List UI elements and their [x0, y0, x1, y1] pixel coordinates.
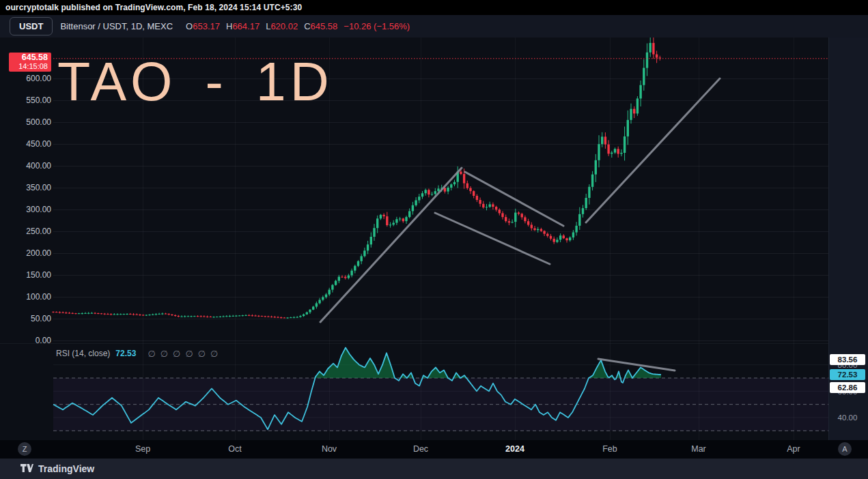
price-axis-label: 350.00 [2, 183, 51, 192]
rsi-legend: RSI (14, close) 72.53 ∅∅∅∅∅∅ [56, 349, 218, 358]
tradingview-logo-icon [20, 464, 33, 474]
time-axis-label: Apr [787, 444, 800, 454]
price-axis-label: 450.00 [2, 139, 51, 149]
price-axis-label: 200.00 [2, 248, 51, 258]
price-axis-label: 600.00 [2, 74, 51, 83]
price-axis-label: 250.00 [2, 227, 51, 236]
hidden-control-icon[interactable]: ∅ [173, 349, 180, 358]
price-axis-label: 300.00 [2, 205, 51, 214]
time-axis-label: Dec [413, 444, 428, 454]
ohlc-item: O653.17 [186, 21, 220, 31]
hidden-control-icon[interactable]: ∅ [148, 349, 155, 358]
change-value: −10.26 (−1.56%) [344, 21, 410, 31]
price-axis-label: 550.00 [2, 96, 51, 105]
price-axis-label: 400.00 [2, 161, 51, 171]
time-axis-label: Oct [228, 444, 241, 454]
time-axis-label: Nov [322, 444, 337, 454]
ohlc-item: H664.17 [226, 21, 260, 31]
rsi-value-label: 72.53 [830, 369, 865, 380]
hidden-control-icon[interactable]: ∅ [210, 349, 218, 358]
rsi-scale-label: 40.00 [830, 412, 865, 423]
price-axis-label: 0.00 [2, 336, 51, 345]
rsi-value-label: 62.86 [830, 382, 865, 393]
price-axis-label: 50.00 [2, 314, 51, 323]
ohlc-items: O653.17H664.17L620.02C645.58 [180, 21, 337, 31]
price-axis-label: 150.00 [2, 270, 51, 280]
tradingview-logo-text: TradingView [38, 463, 94, 474]
publish-bar: ourcryptotalk published on TradingView.c… [0, 0, 868, 15]
scroll-right-button[interactable]: A [838, 442, 852, 456]
countdown-timer: 14:15:08 [9, 62, 48, 71]
last-price-label: 645.58 14:15:08 [9, 53, 51, 72]
symbol-toolbar: USDT Bittensor / USDT, 1D, MEXC O653.17H… [0, 15, 868, 38]
rsi-value-label: 83.56 [830, 354, 865, 365]
symbol-title[interactable]: Bittensor / USDT, 1D, MEXC [60, 21, 173, 31]
rsi-title[interactable]: RSI (14, close) [56, 349, 110, 358]
rsi-hidden-buttons: ∅∅∅∅∅∅ [143, 349, 218, 358]
hidden-control-icon[interactable]: ∅ [185, 349, 193, 358]
hidden-control-icon[interactable]: ∅ [198, 349, 206, 358]
time-axis-label: 2024 [505, 444, 524, 454]
tradingview-published-chart: ourcryptotalk published on TradingView.c… [0, 0, 868, 479]
last-price-value: 645.58 [9, 53, 48, 62]
time-axis-label: Feb [602, 444, 617, 454]
price-axis-label: 500.00 [2, 117, 51, 127]
time-axis-label: Sep [135, 444, 150, 454]
publish-line: ourcryptotalk published on TradingView.c… [5, 3, 302, 12]
time-axis-label: Mar [691, 444, 706, 454]
scroll-left-button[interactable]: Z [18, 442, 31, 456]
rsi-value: 72.53 [115, 349, 136, 358]
tradingview-logo[interactable]: TradingView [20, 463, 94, 474]
price-axis-label: 100.00 [2, 292, 51, 302]
hidden-control-icon[interactable]: ∅ [160, 349, 168, 358]
currency-button[interactable]: USDT [10, 17, 53, 35]
chart-watermark: TAO - 1D [57, 55, 333, 108]
time-axis[interactable]: Z SepOctNovDec2024FebMarApr A [0, 440, 868, 459]
ohlc-item: L620.02 [266, 21, 298, 31]
footer-bar: TradingView [0, 459, 868, 479]
ohlc-values: O653.17H664.17L620.02C645.58 −10.26 (−1.… [180, 21, 410, 31]
ohlc-item: C645.58 [304, 21, 337, 31]
